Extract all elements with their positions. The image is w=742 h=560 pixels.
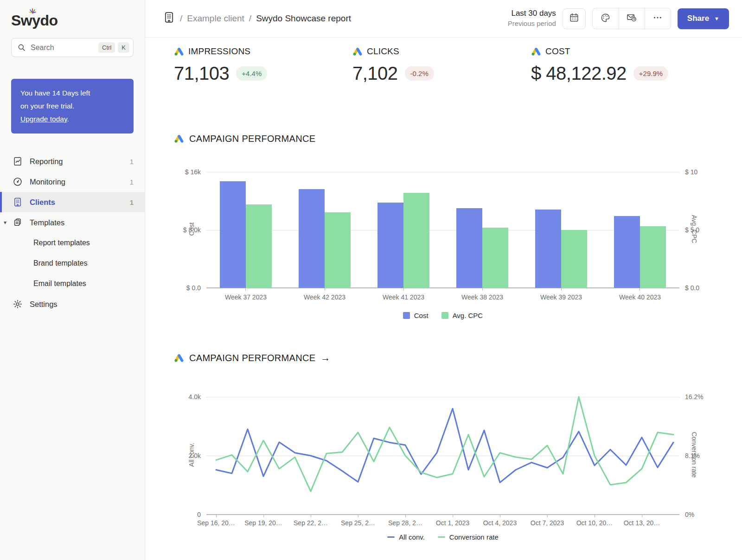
legend-item[interactable]: Conversion rate (438, 533, 499, 541)
bar-cost[interactable] (614, 216, 640, 288)
x-axis-date-label: Sep 28, 2… (388, 519, 422, 527)
x-axis-category-label: Week 40 2023 (601, 293, 679, 301)
legend-item[interactable]: All conv. (387, 533, 425, 541)
bar-cost[interactable] (377, 203, 403, 288)
google-ads-icon (174, 47, 184, 56)
x-axis-date-label: Sep 25, 2… (341, 519, 375, 527)
bar-avg-cpc[interactable] (246, 204, 272, 288)
search-input[interactable]: Search Ctrl K (11, 38, 134, 57)
campaign-performance-line-chart: CAMPAIGN PERFORMANCE→4.0k16.2%2.0k8.1%00… (174, 352, 721, 547)
y-axis-tick-left: 0 (197, 511, 201, 518)
trial-banner: You have 14 Days left on your free trial… (11, 79, 134, 134)
sidebar-subitem-email-templates[interactable]: Email templates (0, 274, 145, 294)
more-options-button[interactable] (645, 8, 671, 29)
bar-cost[interactable] (220, 181, 246, 288)
calendar-button[interactable] (563, 8, 586, 29)
y-axis-tick-right: $ 10 (685, 168, 697, 176)
sidebar-item-settings[interactable]: Settings (0, 294, 145, 314)
line-series-all-conv-[interactable] (216, 408, 673, 482)
google-ads-icon (352, 47, 363, 56)
y-axis-label-right: Conversion rate (691, 418, 698, 492)
sidebar-subitem-report-templates[interactable]: Report templates (0, 233, 145, 253)
bar-cost[interactable] (456, 208, 482, 288)
reporting-icon (12, 156, 23, 166)
chevron-down-icon: ▼ (714, 16, 719, 21)
swydo-app: Swydo Search Ctrl K You have 14 Days lef… (0, 0, 742, 560)
trial-suffix: . (67, 115, 69, 123)
kpi-delta-badge: -0.2% (405, 66, 434, 81)
x-axis-labels: Week 37 2023Week 42 2023Week 41 2023Week… (206, 293, 679, 301)
google-ads-icon (174, 353, 184, 363)
bar-avg-cpc[interactable] (561, 230, 587, 288)
line-chart-canvas (206, 397, 679, 515)
legend-item[interactable]: Avg. CPC (441, 312, 483, 319)
line-series-conversion-rate[interactable] (216, 397, 673, 491)
x-axis-date-label: Oct 10, 20… (576, 519, 613, 527)
bar-cost[interactable] (299, 189, 325, 288)
swydo-logo[interactable]: Swydo (11, 9, 145, 32)
legend-label: All conv. (399, 533, 425, 541)
main-area: / Example client / Swydo Showcase report… (145, 0, 742, 560)
kpi-value: 7,102 (352, 63, 398, 84)
header-actions: Last 30 days Previous period (508, 8, 729, 29)
search-icon (17, 43, 26, 52)
ctrl-key: Ctrl (98, 42, 115, 53)
share-button[interactable]: Share ▼ (678, 8, 729, 29)
sidebar-item-label: Settings (30, 300, 58, 309)
kpi-value: 71,103 (174, 63, 229, 84)
schedule-email-button[interactable] (619, 8, 645, 29)
sidebar-subitem-brand-templates[interactable]: Brand templates (0, 253, 145, 274)
x-axis-category-label: Week 42 2023 (285, 293, 364, 301)
kpi-label: CLICKS (367, 46, 399, 57)
legend-swatch (387, 536, 395, 538)
y-axis-tick-right: $ 0.0 (685, 284, 699, 292)
campaign-performance-bar-chart: CAMPAIGN PERFORMANCE$ 16k$ 10$ 8.0k$ 5.0… (174, 134, 721, 328)
date-range-secondary: Previous period (508, 19, 556, 29)
building-icon (163, 11, 175, 26)
x-axis-tick (403, 288, 404, 291)
chart-title-text: CAMPAIGN PERFORMANCE (189, 134, 315, 144)
x-axis-category-label: Week 41 2023 (364, 293, 443, 301)
chart-plot: 4.0k16.2%2.0k8.1%00%All conv.Conversion … (206, 397, 679, 515)
date-range-display[interactable]: Last 30 days Previous period (508, 8, 556, 29)
kpi-header: IMPRESSIONS (174, 46, 352, 57)
sidebar-subitem-label: Email templates (33, 280, 86, 288)
kpi-body: $ 48,122.92+29.9% (531, 63, 710, 84)
breadcrumb-separator: / (180, 13, 182, 24)
sidebar-item-count: 1 (130, 178, 134, 186)
legend-item[interactable]: Cost (403, 312, 429, 319)
bar-avg-cpc[interactable] (482, 228, 508, 288)
sidebar: Swydo Search Ctrl K You have 14 Days lef… (0, 0, 145, 560)
breadcrumb: / Example client / Swydo Showcase report (163, 11, 351, 26)
kpi-row: IMPRESSIONS71,103+4.4%CLICKS7,102-0.2%CO… (174, 46, 710, 84)
chart-plot: $ 16k$ 10$ 8.0k$ 5.0$ 0.0$ 0.0CostAvg. C… (206, 172, 679, 288)
theme-palette-button[interactable] (593, 8, 619, 29)
sidebar-item-clients[interactable]: Clients1 (0, 192, 145, 212)
sidebar-item-reporting[interactable]: Reporting1 (0, 151, 145, 172)
chart-title[interactable]: CAMPAIGN PERFORMANCE→ (174, 352, 331, 363)
x-axis-date-label: Oct 7, 2023 (531, 519, 564, 527)
report-toolbar (592, 8, 671, 29)
mail-clock-icon (626, 12, 637, 25)
sidebar-subitem-label: Brand templates (33, 259, 88, 267)
chevron-down-icon[interactable]: ▾ (4, 219, 6, 226)
upgrade-link[interactable]: Upgrade today (20, 115, 67, 123)
kpi-body: 71,103+4.4% (174, 63, 352, 84)
breadcrumb-report-title[interactable]: Swydo Showcase report (256, 13, 351, 24)
sidebar-nav: Reporting1Monitoring1Clients1▾TemplatesR… (0, 151, 145, 314)
sidebar-item-monitoring[interactable]: Monitoring1 (0, 172, 145, 192)
palette-icon (600, 13, 611, 25)
bar-cost[interactable] (535, 210, 561, 288)
bar-avg-cpc[interactable] (403, 193, 429, 288)
x-axis-tick (325, 288, 325, 291)
bar-avg-cpc[interactable] (325, 212, 351, 288)
legend-label: Avg. CPC (453, 312, 483, 319)
x-axis-date-label: Sep 16, 20… (197, 519, 235, 527)
x-axis-category-label: Week 38 2023 (443, 293, 522, 301)
breadcrumb-client[interactable]: Example client (187, 13, 244, 24)
sidebar-item-templates[interactable]: ▾Templates (0, 212, 145, 233)
bar-avg-cpc[interactable] (640, 226, 666, 288)
sparkle-icon (28, 6, 37, 17)
kpi-clicks: CLICKS7,102-0.2% (352, 46, 531, 84)
search-placeholder: Search (31, 44, 96, 52)
